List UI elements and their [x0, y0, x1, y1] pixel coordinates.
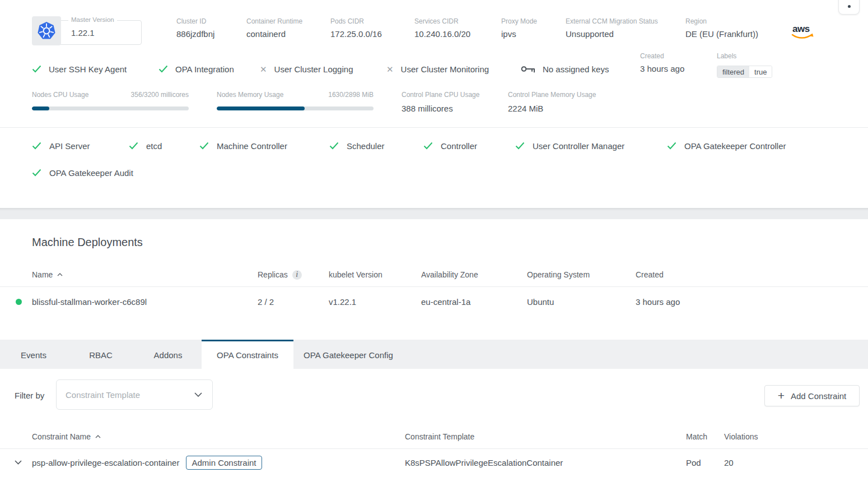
component-label: OPA Gatekeeper Audit — [49, 168, 133, 178]
info-icon[interactable]: i — [292, 270, 302, 280]
column-created: Created — [636, 270, 868, 279]
info-value: 886jzdfbnj — [176, 29, 214, 39]
info-value: 172.25.0.0/16 — [330, 29, 382, 39]
cluster-detail-page: Master Version 1.22.1 Cluster ID 886jzdf… — [0, 0, 868, 477]
check-icon — [667, 142, 676, 150]
info-label: Region — [685, 17, 758, 25]
info-region: Region DE (EU (Frankfurt)) — [685, 17, 758, 39]
x-icon: ✕ — [260, 65, 267, 73]
constraint-match: Pod — [686, 458, 724, 467]
component-scheduler: Scheduler — [329, 139, 385, 152]
x-icon: ✕ — [386, 65, 394, 73]
tab-events[interactable]: Events — [0, 340, 67, 369]
master-version-value: 1.22.1 — [71, 28, 95, 38]
info-value: DE (EU (Frankfurt)) — [685, 29, 758, 39]
opa-constraints-section: Filter by Constraint Template + Add Cons… — [0, 369, 868, 477]
info-label: Services CIDR — [414, 17, 470, 25]
info-container-runtime: Container Runtime containerd — [246, 17, 302, 39]
component-label: OPA Gatekeeper Controller — [684, 141, 786, 151]
info-label: Proxy Mode — [501, 17, 537, 25]
progress-track — [32, 106, 189, 110]
info-value: ipvs — [501, 29, 537, 39]
component-label: API Server — [49, 141, 90, 151]
column-kubelet-version: kubelet Version — [329, 270, 421, 279]
section-separator-band — [0, 208, 868, 219]
info-label: Pods CIDR — [330, 17, 382, 25]
info-external-ccm: External CCM Migration Status Unsupporte… — [566, 17, 658, 39]
constraints-header-row: Constraint Name Constraint Template Matc… — [0, 425, 868, 448]
info-value: Unsupported — [566, 29, 658, 39]
column-violations: Violations — [724, 432, 868, 441]
md-created: 3 hours ago — [636, 297, 868, 307]
md-name: blissful-stallman-worker-c6c89l — [32, 297, 258, 307]
master-version-label: Master Version — [68, 16, 117, 23]
machine-deployment-row[interactable]: blissful-stallman-worker-c6c89l 2 / 2 v1… — [0, 287, 868, 317]
usage-label: Control Plane CPU Usage — [402, 91, 479, 99]
constraint-violations: 20 — [724, 458, 868, 467]
check-icon — [329, 142, 339, 150]
key-icon — [521, 64, 535, 73]
svg-text:aws: aws — [792, 24, 810, 34]
check-icon — [32, 65, 41, 73]
created-value: 3 hours ago — [640, 64, 684, 73]
label-chip-value: true — [749, 66, 772, 77]
column-replicas: Replicas i — [258, 270, 329, 280]
ssh-keys-text: No assigned keys — [543, 64, 609, 74]
sort-asc-icon — [57, 273, 63, 276]
check-icon — [515, 142, 525, 150]
column-match: Match — [686, 432, 724, 441]
tab-addons[interactable]: Addons — [134, 340, 202, 369]
component-user-controller-manager: User Controller Manager — [515, 139, 624, 152]
usage-label: Nodes Memory Usage — [217, 91, 283, 99]
aws-logo: aws — [790, 22, 815, 41]
add-constraint-button[interactable]: + Add Constraint — [764, 385, 860, 406]
tab-opa-constraints[interactable]: OPA Constraints — [202, 340, 293, 369]
created-info: Created 3 hours ago — [640, 52, 684, 73]
control-plane-cpu-usage: Control Plane CPU Usage 388 millicores — [402, 91, 479, 113]
check-icon — [199, 142, 209, 150]
info-label: Container Runtime — [246, 17, 302, 25]
info-value: 10.240.16.0/20 — [414, 29, 470, 39]
component-label: Scheduler — [347, 141, 385, 151]
filter-placeholder: Constraint Template — [66, 390, 194, 400]
feature-label: User SSH Key Agent — [49, 64, 127, 74]
column-operating-system: Operating System — [527, 270, 636, 279]
check-icon — [129, 142, 138, 150]
component-controller: Controller — [423, 139, 477, 152]
component-opa-gatekeeper-controller: OPA Gatekeeper Controller — [667, 139, 786, 152]
constraint-name-cell: psp-allow-privilege-escalation-container… — [32, 456, 405, 470]
kebab-dot-icon — [848, 5, 851, 8]
info-label: External CCM Migration Status — [566, 17, 658, 25]
info-cluster-id: Cluster ID 886jzdfbnj — [176, 17, 214, 39]
feature-opa-integration: OPA Integration — [158, 63, 234, 75]
nodes-cpu-usage: Nodes CPU Usage 356/3200 millicores — [32, 91, 189, 110]
column-name[interactable]: Name — [32, 270, 258, 279]
usage-label: Control Plane Memory Usage — [508, 91, 596, 99]
md-availability-zone: eu-central-1a — [421, 297, 527, 307]
tab-opa-gatekeeper-config[interactable]: OPA Gatekeeper Config — [293, 340, 403, 369]
component-label: Machine Controller — [217, 141, 287, 151]
check-icon — [423, 142, 433, 150]
machine-deployments-title: Machine Deployments — [32, 236, 143, 249]
plus-icon: + — [778, 390, 785, 401]
constraint-name: psp-allow-privilege-escalation-container — [32, 458, 179, 467]
constraint-template-filter-select[interactable]: Constraint Template — [56, 379, 213, 410]
component-label: Controller — [441, 141, 477, 151]
add-constraint-label: Add Constraint — [791, 391, 846, 401]
feature-user-ssh-key-agent: User SSH Key Agent — [32, 63, 127, 75]
component-opa-gatekeeper-audit: OPA Gatekeeper Audit — [32, 166, 133, 179]
chevron-down-icon — [15, 460, 22, 465]
feature-user-cluster-logging: ✕ User Cluster Logging — [260, 63, 353, 75]
labels-info: Labels filtered true — [717, 52, 772, 78]
tab-rbac[interactable]: RBAC — [67, 340, 134, 369]
feature-label: User Cluster Logging — [274, 64, 353, 74]
column-constraint-name[interactable]: Constraint Name — [32, 432, 405, 441]
check-icon — [32, 142, 41, 150]
md-kubelet-version: v1.22.1 — [329, 297, 421, 307]
constraint-row[interactable]: psp-allow-privilege-escalation-container… — [0, 448, 868, 476]
filter-by-label: Filter by — [15, 391, 44, 400]
machine-deployments-header-row: Name Replicas i kubelet Version Availabi… — [0, 263, 868, 286]
cluster-actions-button[interactable] — [838, 0, 860, 15]
row-expander[interactable] — [15, 460, 32, 465]
info-services-cidr: Services CIDR 10.240.16.0/20 — [414, 17, 470, 39]
